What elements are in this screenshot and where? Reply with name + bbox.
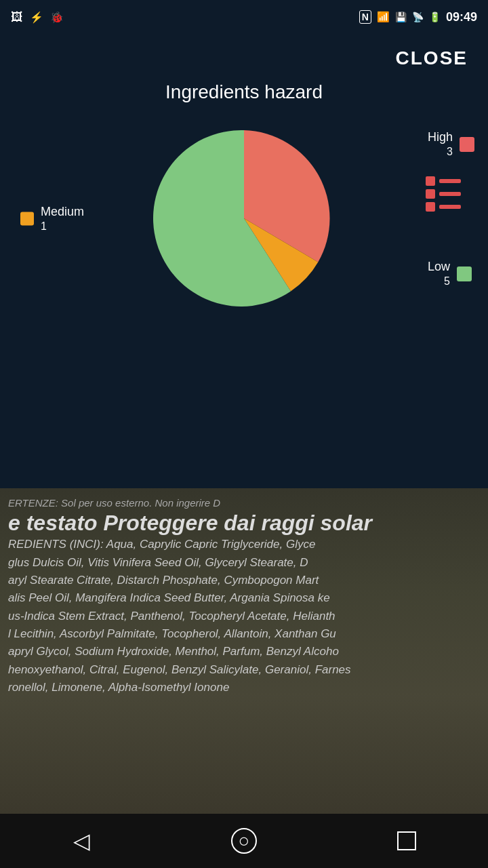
ingredients-line-10: henoxyethanol, Citral, Eugenol, Benzyl S… xyxy=(8,661,480,679)
legend-high: High 3 xyxy=(428,130,474,158)
clock: 09:49 xyxy=(446,10,477,24)
status-left-icons: 🖼 ⚡ 🐞 xyxy=(11,10,64,24)
low-count: 5 xyxy=(428,275,450,288)
ingredients-line-6: alis Peel Oil, Mangifera Indica Seed But… xyxy=(8,589,480,607)
pie-chart xyxy=(142,117,346,320)
wifi-icon: 📶 xyxy=(377,11,390,23)
recent-button[interactable] xyxy=(380,821,434,861)
recent-icon xyxy=(397,831,416,850)
medium-color-swatch xyxy=(20,212,34,225)
high-label: High xyxy=(428,130,453,144)
status-bar: 🖼 ⚡ 🐞 N 📶 💾 📡 🔋 09:49 xyxy=(0,0,488,34)
image-icon: 🖼 xyxy=(11,10,23,24)
status-right-icons: N 📶 💾 📡 🔋 09:49 xyxy=(359,10,477,24)
page-title: Ingredients hazard xyxy=(165,81,323,103)
battery-icon: 🔋 xyxy=(429,12,441,22)
sd-icon: 💾 xyxy=(395,12,407,22)
ingredients-line-3: REDIENTS (INCI): Aqua, Caprylic Capric T… xyxy=(8,536,480,553)
high-color-swatch xyxy=(460,137,474,152)
high-legend-text: High 3 xyxy=(428,130,453,158)
high-count: 3 xyxy=(428,146,453,158)
ingredients-line-11: ronellol, Limonene, Alpha-Isomethyl Iono… xyxy=(8,679,480,696)
top-section: CLOSE Ingredients hazard Medium 1 xyxy=(0,34,488,488)
ingredients-line-8: l Lecithin, Ascorbyl Palmitate, Tocopher… xyxy=(8,625,480,643)
legend-medium: Medium 1 xyxy=(20,205,84,233)
back-button[interactable]: ◁ xyxy=(54,821,108,861)
usb-icon: ⚡ xyxy=(30,11,43,24)
back-icon: ◁ xyxy=(73,828,90,854)
medium-label: Medium xyxy=(41,205,84,219)
bug-icon: 🐞 xyxy=(50,11,64,24)
photo-section: ERTENZE: Sol per uso esterno. Non ingeri… xyxy=(0,488,488,834)
ingredients-line-7: us-Indica Stem Extract, Panthenol, Tocop… xyxy=(8,608,480,625)
ingredients-line-4: glus Dulcis Oil, Vitis Vinifera Seed Oil… xyxy=(8,554,480,572)
ingredients-line-5: aryl Stearate Citrate, Distarch Phosphat… xyxy=(8,572,480,589)
low-label: Low xyxy=(428,260,450,274)
chart-area: Medium 1 xyxy=(0,117,488,320)
low-legend-text: Low 5 xyxy=(428,260,450,288)
low-color-swatch xyxy=(457,267,472,281)
ingredients-line-9: apryl Glycol, Sodium Hydroxide, Menthol,… xyxy=(8,643,480,660)
ingredients-line-1: ERTENZE: Sol per uso esterno. Non ingeri… xyxy=(8,495,480,511)
nfc-icon: N xyxy=(359,10,371,24)
pie-svg xyxy=(142,117,346,320)
ingredients-line-2: e testato Proteggere dai raggi solar xyxy=(8,511,480,536)
photo-text: ERTENZE: Sol per uso esterno. Non ingeri… xyxy=(0,488,488,834)
signal-icon: 📡 xyxy=(412,12,424,22)
home-icon: ○ xyxy=(231,828,257,854)
medium-legend-text: Medium 1 xyxy=(41,205,84,233)
medium-count: 1 xyxy=(41,220,84,233)
bottom-nav: ◁ ○ xyxy=(0,814,488,868)
close-button[interactable]: CLOSE xyxy=(396,47,468,69)
legend-low: Low 5 xyxy=(428,260,474,288)
home-button[interactable]: ○ xyxy=(217,821,271,861)
legend-right: High 3 Low 5 xyxy=(428,130,474,288)
